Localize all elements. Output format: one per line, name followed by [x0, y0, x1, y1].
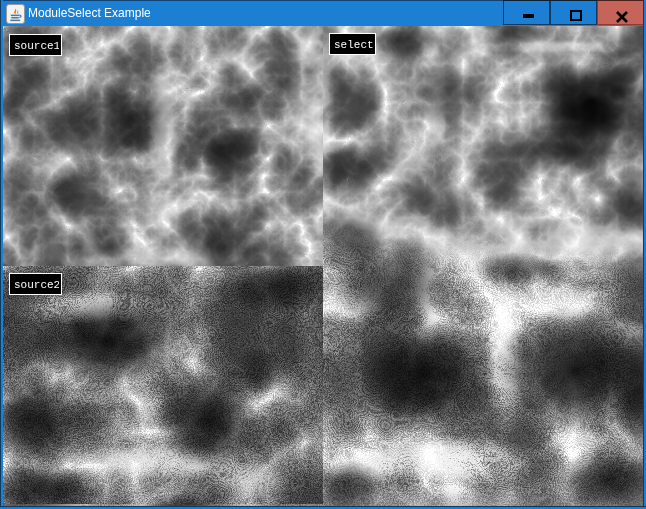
svg-text:source1: source1 — [14, 40, 59, 52]
svg-text:select: select — [334, 39, 373, 51]
svg-text:source2: source2 — [14, 279, 59, 291]
